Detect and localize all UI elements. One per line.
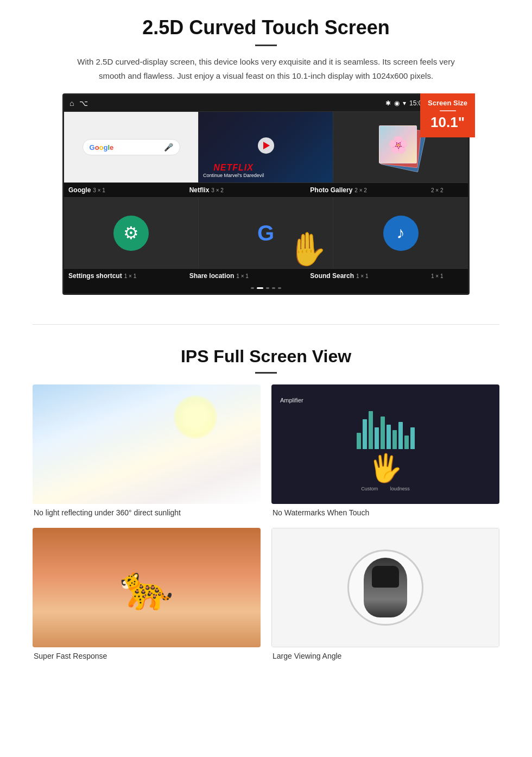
pagination-dots: [64, 283, 468, 293]
google-thumb: Google 🎤: [64, 112, 198, 182]
amplifier-bars: [357, 406, 415, 449]
amp-bar-4: [375, 427, 379, 449]
feature-viewing-angle: Large Viewing Angle: [271, 528, 499, 660]
location-icon: ◉: [394, 99, 400, 107]
status-bar: ⌂ ⌥ ✱ ◉ ▾ 15:06 ⊡ ◁) ⊠ ▭: [64, 95, 468, 111]
voice-search-icon: 🎤: [164, 143, 173, 152]
gear-icon: ⚙: [123, 223, 139, 243]
amplifier-display: Amplifier 🖐: [271, 384, 499, 504]
no-reflection-caption: No light reflecting under 360° direct su…: [33, 508, 261, 517]
no-reflection-image: [33, 384, 261, 504]
share-location-thumbnail: G 🤚: [199, 198, 333, 268]
feature-no-reflection: No light reflecting under 360° direct su…: [33, 384, 261, 517]
amp-bar-2: [363, 419, 367, 449]
share-location-app-name: Share location: [189, 272, 235, 280]
app-grid-bottom: ⚙ G 🤚: [64, 197, 468, 269]
app-cell-google[interactable]: Google 🎤: [64, 112, 199, 183]
section-curved-screen: 2.5D Curved Touch Screen With 2.5D curve…: [0, 0, 532, 308]
section-divider: [33, 324, 499, 325]
settings-thumb: ⚙: [64, 198, 198, 268]
sky-background: [33, 384, 261, 504]
amp-bar-5: [381, 417, 385, 449]
section2-title: IPS Full Screen View: [33, 346, 499, 367]
wifi-icon: ▾: [403, 99, 406, 107]
amp-bar-1: [357, 433, 361, 449]
no-watermarks-caption: No Watermarks When Touch: [271, 508, 499, 517]
sun-rays: [174, 395, 217, 439]
settings-thumbnail: ⚙: [64, 198, 198, 268]
empty-slot: 2 × 2: [431, 186, 464, 194]
status-left: ⌂ ⌥: [69, 99, 88, 108]
netflix-play-button[interactable]: [258, 137, 274, 154]
google-logo: Google: [90, 143, 114, 152]
sound-search-label: Sound Search 1 × 1: [310, 272, 431, 280]
dot-2: [257, 287, 263, 289]
hand-overlay-icon: 🤚: [287, 230, 327, 268]
hand-touch-icon: 🖐: [369, 452, 402, 484]
netflix-thumbnail: NETFLIX Continue Marvel's Daredevil: [199, 112, 333, 182]
android-screen: ⌂ ⌥ ✱ ◉ ▾ 15:06 ⊡ ◁) ⊠ ▭: [62, 93, 470, 295]
music-note-icon: ♪: [397, 224, 405, 242]
sound-thumb: ♪: [333, 198, 468, 268]
netflix-subtitle: Continue Marvel's Daredevil: [203, 173, 264, 178]
app-grid-top: Google 🎤: [64, 111, 468, 183]
share-location-label: Share location 1 × 1: [189, 272, 311, 280]
netflix-label: Netflix 3 × 2: [189, 186, 311, 194]
viewing-angle-image: [271, 528, 499, 647]
badge-line: [440, 110, 456, 111]
cheetah-icon: 🐆: [119, 562, 174, 613]
share-location-app-size: 1 × 1: [236, 273, 249, 279]
app-cell-netflix[interactable]: NETFLIX Continue Marvel's Daredevil: [199, 112, 333, 183]
section-ips-screen: IPS Full Screen View No light reflecting…: [0, 341, 532, 671]
netflix-label: NETFLIX Continue Marvel's Daredevil: [203, 163, 264, 178]
photo-card-3: 🌸: [379, 125, 417, 163]
sound-search-app-size: 1 × 1: [356, 273, 369, 279]
app-labels-bottom: Settings shortcut 1 × 1 Share location 1…: [64, 269, 468, 283]
title-underline: [255, 45, 277, 46]
badge-size: 10.1": [428, 113, 467, 132]
app-cell-share-location[interactable]: G 🤚: [199, 198, 333, 269]
settings-app-size: 1 × 1: [124, 273, 137, 279]
section1-description: With 2.5D curved-display screen, this de…: [76, 55, 456, 83]
sound-search-thumbnail: ♪: [333, 198, 468, 268]
amp-custom-label: Custom loudness: [361, 486, 410, 491]
cheetah-background: 🐆: [33, 528, 261, 647]
google-search-bar[interactable]: Google 🎤: [83, 139, 180, 155]
amp-bar-8: [398, 422, 403, 449]
empty-slot-bottom: 1 × 1: [431, 272, 464, 280]
car-circle: [347, 550, 423, 626]
fast-response-caption: Super Fast Response: [33, 652, 261, 660]
usb-icon: ⌥: [79, 99, 88, 108]
settings-label: Settings shortcut 1 × 1: [68, 272, 189, 280]
home-icon: ⌂: [69, 99, 74, 108]
viewing-angle-caption: Large Viewing Angle: [271, 652, 499, 660]
section1-title: 2.5D Curved Touch Screen: [33, 16, 499, 39]
amp-bar-7: [392, 430, 397, 449]
netflix-app-size: 3 × 2: [211, 187, 224, 193]
amp-bar-9: [404, 436, 409, 449]
netflix-logo-text: NETFLIX: [203, 163, 264, 173]
photo-gallery-label: Photo Gallery 2 × 2: [310, 186, 431, 194]
screen-mockup-wrapper: Screen Size 10.1" ⌂ ⌥ ✱ ◉ ▾ 15:06 ⊡ ◁) ⊠: [62, 93, 470, 295]
netflix-app-name: Netflix: [189, 186, 210, 194]
amp-bar-3: [369, 411, 373, 449]
dot-1: [251, 287, 254, 289]
music-circle: ♪: [383, 216, 419, 251]
google-label: Google 3 × 1: [68, 186, 189, 194]
photo-gallery-app-name: Photo Gallery: [310, 186, 352, 194]
app-cell-settings[interactable]: ⚙: [64, 198, 199, 269]
google-maps-logo: G: [257, 221, 274, 245]
feature-grid: No light reflecting under 360° direct su…: [33, 384, 499, 660]
sound-search-app-name: Sound Search: [310, 272, 354, 280]
screen-size-badge: Screen Size 10.1": [420, 93, 475, 137]
dot-3: [266, 287, 269, 289]
app-cell-sound-search[interactable]: ♪: [333, 198, 468, 269]
netflix-thumb: NETFLIX Continue Marvel's Daredevil: [199, 112, 333, 182]
photo-stack: 🌸: [379, 125, 422, 169]
car-windshield: [372, 566, 399, 588]
car-top-shape: [364, 558, 407, 617]
amp-title: Amplifier: [276, 397, 303, 403]
settings-icon-circle: ⚙: [113, 216, 149, 251]
section2-underline: [255, 372, 277, 374]
badge-title: Screen Size: [428, 99, 467, 108]
